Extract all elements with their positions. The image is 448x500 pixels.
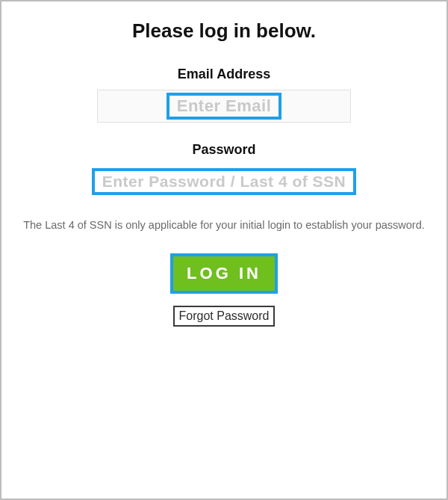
page-title: Please log in below.	[16, 19, 432, 43]
login-button[interactable]: LOG IN	[173, 256, 275, 291]
password-placeholder: Enter Password / Last 4 of SSN	[92, 168, 357, 194]
password-field[interactable]: Enter Password / Last 4 of SSN	[97, 165, 351, 198]
email-label: Email Address	[16, 67, 432, 82]
forgot-row: Forgot Password	[16, 306, 432, 327]
login-button-row: LOG IN	[16, 253, 432, 294]
login-panel: Please log in below. Email Address Enter…	[0, 0, 448, 500]
password-label: Password	[16, 142, 432, 158]
email-placeholder: Enter Email	[167, 93, 282, 120]
ssn-help-text: The Last 4 of SSN is only applicable for…	[22, 217, 426, 234]
password-input-row: Enter Password / Last 4 of SSN	[16, 165, 432, 198]
email-input-row: Enter Email	[16, 90, 432, 123]
email-field[interactable]: Enter Email	[97, 90, 351, 123]
forgot-password-button[interactable]: Forgot Password	[173, 306, 276, 327]
login-button-highlight: LOG IN	[170, 253, 278, 294]
